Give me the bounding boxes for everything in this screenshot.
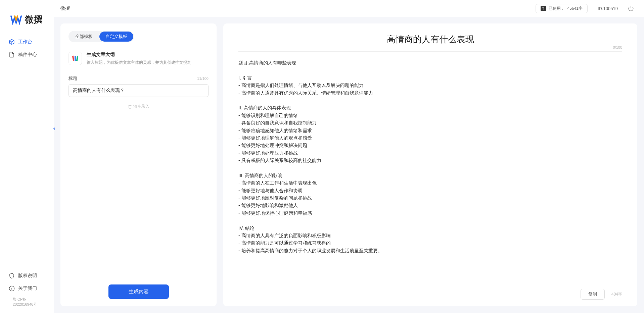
text-icon: T	[541, 6, 546, 11]
input-panel: 全部模板 自定义模板 生成文章大纲 输入标题，为你提供文章主体的灵感，并为其创建…	[60, 23, 217, 306]
bottom-item-copyright[interactable]: 版权说明	[3, 269, 50, 282]
output-panel: 高情商的人有什么表现 0/100 题目:高情商的人有哪些表现 I. 引言 - 高…	[223, 23, 637, 306]
tab-custom-templates[interactable]: 自定义模板	[99, 32, 133, 42]
topbar-right: T 已使用： 45641字 ID:100519	[536, 4, 634, 13]
output-footer: 复制 404字	[238, 284, 622, 300]
usage-label: 已使用：	[549, 6, 565, 11]
nav-menu: 工作台 稿件中心	[0, 36, 54, 61]
output-body[interactable]: 题目:高情商的人有哪些表现 I. 引言 - 高情商是指人们处理情绪、与他人互动以…	[238, 59, 622, 284]
template-title: 生成文章大纲	[87, 52, 209, 58]
bottom-item-label: 版权说明	[18, 273, 37, 279]
sidebar-bottom: 版权说明 关于我们 鄂ICP备2022016946号	[0, 266, 54, 313]
output-title: 高情商的人有什么表现	[387, 34, 474, 45]
input-counter: 11/100	[197, 76, 209, 81]
info-icon	[9, 285, 15, 292]
template-info: 生成文章大纲 输入标题，为你提供文章主体的灵感，并为其创建推文提纲	[87, 52, 209, 65]
svg-rect-2	[75, 56, 76, 61]
template-desc: 输入标题，为你提供文章主体的灵感，并为其创建推文提纲	[87, 60, 209, 65]
power-icon[interactable]	[628, 5, 634, 11]
title-input[interactable]	[68, 84, 209, 97]
bottom-item-about[interactable]: 关于我们	[3, 282, 50, 295]
tab-all-templates[interactable]: 全部模板	[69, 32, 99, 42]
svg-rect-3	[76, 56, 78, 61]
content-area: 全部模板 自定义模板 生成文章大纲 输入标题，为你提供文章主体的灵感，并为其创建…	[54, 17, 644, 313]
sidebar: 微撰 工作台 稿件中心 版权说明 关于我们 鄂ICP备202	[0, 0, 54, 313]
cube-icon	[9, 39, 15, 45]
topbar: 微撰 T 已使用： 45641字 ID:100519	[54, 0, 644, 17]
bottom-item-label: 关于我们	[18, 285, 37, 292]
template-card: 生成文章大纲 输入标题，为你提供文章主体的灵感，并为其创建推文提纲	[68, 52, 209, 65]
chevron-left-icon	[52, 127, 56, 131]
usage-value: 45641字	[567, 6, 583, 11]
input-label-row: 标题 11/100	[68, 75, 209, 82]
clear-input-button[interactable]: 清空录入	[68, 104, 209, 109]
page-title: 微撰	[60, 5, 70, 11]
document-icon	[9, 52, 15, 58]
logo-text: 微撰	[25, 14, 42, 25]
icp-text: 鄂ICP备2022016946号	[3, 295, 50, 310]
books-icon	[71, 54, 79, 62]
template-icon	[68, 52, 82, 65]
user-id: ID:100519	[598, 6, 618, 11]
main-area: 微撰 T 已使用： 45641字 ID:100519 全部模板 自定义模板	[54, 0, 644, 313]
logo-icon	[10, 13, 22, 25]
output-header-counter: 0/100	[613, 45, 622, 49]
svg-rect-1	[72, 56, 74, 61]
generate-button[interactable]: 生成内容	[108, 284, 169, 299]
nav-item-workspace[interactable]: 工作台	[3, 36, 50, 48]
logo: 微撰	[0, 0, 54, 36]
nav-item-drafts[interactable]: 稿件中心	[3, 48, 50, 61]
title-input-section: 标题 11/100	[68, 75, 209, 97]
sidebar-collapse-toggle[interactable]	[51, 126, 57, 132]
output-header: 高情商的人有什么表现 0/100	[238, 34, 622, 52]
usage-badge[interactable]: T 已使用： 45641字	[536, 4, 588, 13]
input-label: 标题	[68, 75, 77, 82]
word-count: 404字	[611, 292, 622, 297]
shield-icon	[9, 273, 15, 279]
copy-button[interactable]: 复制	[581, 289, 605, 300]
clear-input-label: 清空录入	[133, 104, 149, 109]
nav-item-label: 工作台	[18, 39, 32, 45]
template-tabs: 全部模板 自定义模板	[68, 31, 134, 42]
trash-icon	[128, 105, 132, 109]
nav-item-label: 稿件中心	[18, 52, 37, 58]
